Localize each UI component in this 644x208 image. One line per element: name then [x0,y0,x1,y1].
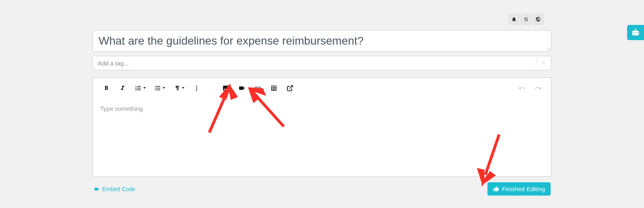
tag-dropdown-toggle[interactable] [536,59,546,67]
rich-text-editor: Type something [93,77,551,177]
visibility-button[interactable] [533,14,543,24]
svg-point-1 [196,88,197,89]
link-icon [254,85,261,92]
image-icon [222,85,229,92]
insert-table-button[interactable] [266,81,281,95]
table-icon [270,85,277,92]
resize-handle[interactable] [546,47,550,51]
globe-icon [535,16,541,22]
insert-video-button[interactable] [234,81,249,95]
video-icon [93,186,100,192]
svg-point-2 [196,90,197,91]
open-external-button[interactable] [282,81,297,95]
more-button[interactable] [189,81,204,95]
robot-icon [631,28,640,37]
italic-icon [119,85,126,92]
external-link-icon [287,85,293,92]
more-vertical-icon [193,85,200,92]
bell-icon [511,16,517,22]
tag-selector[interactable] [93,56,551,70]
sort-icon [523,16,529,22]
top-actions-group [509,14,543,24]
ordered-list-icon [135,85,142,92]
chevron-down-icon [541,60,546,65]
dropdown-caret-icon [143,87,146,89]
notifications-button[interactable] [509,14,519,24]
finished-editing-button[interactable]: Finished Editing [487,182,551,196]
insert-link-button[interactable] [250,81,265,95]
svg-point-0 [196,86,197,87]
question-title-box[interactable]: What are the guidelines for expense reim… [93,30,551,52]
paragraph-format-button[interactable] [169,81,188,95]
bold-button[interactable] [99,81,114,95]
editor-content[interactable]: Type something [93,98,551,176]
undo-icon [518,85,525,92]
help-bot-tab[interactable] [627,25,644,40]
video-icon [238,85,245,92]
ordered-list-button[interactable] [131,81,149,95]
unordered-list-button[interactable] [150,81,169,95]
svg-line-3 [289,86,293,89]
form-container: What are the guidelines for expense reim… [93,0,551,196]
thumbs-up-icon [493,186,499,192]
bottom-actions-row: Embed Code Finished Editing [93,182,551,196]
editor-placeholder: Type something [100,105,143,112]
paragraph-icon [173,85,180,92]
undo-button[interactable] [514,81,529,95]
insert-image-button[interactable] [218,81,233,95]
editor-toolbar [93,78,551,98]
dropdown-caret-icon [163,87,165,89]
question-title-input[interactable]: What are the guidelines for expense reim… [99,35,545,47]
redo-button[interactable] [530,81,545,95]
bold-icon [103,85,110,92]
redo-icon [535,85,541,92]
embed-code-link[interactable]: Embed Code [93,186,135,192]
italic-button[interactable] [115,81,130,95]
finished-editing-label: Finished Editing [502,186,545,192]
sort-button[interactable] [521,14,531,24]
dropdown-caret-icon [182,87,184,89]
tag-input[interactable] [98,60,536,67]
unordered-list-icon [154,85,161,92]
embed-code-label: Embed Code [102,186,135,192]
